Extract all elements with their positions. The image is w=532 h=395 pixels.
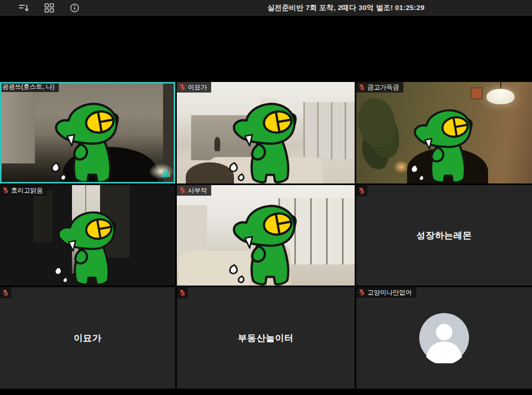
top-toolbar: 실전준비반 7회 포착, 2때다 30억 벌조! 01:25:29 bbox=[0, 0, 532, 16]
participant-nameplate: 고양이나만없어 bbox=[356, 287, 416, 298]
jordy-character-overlay bbox=[229, 194, 303, 286]
avatar bbox=[419, 313, 470, 363]
participant-name: 이묘가 bbox=[188, 84, 207, 90]
gallery-view-icon[interactable] bbox=[43, 3, 55, 13]
muted-mic-icon bbox=[179, 187, 185, 194]
muted-mic-icon bbox=[3, 289, 8, 296]
video-tile-camera-off[interactable]: 성장하는레몬 bbox=[356, 185, 532, 286]
video-tile-camera-off[interactable]: 부동산놀이터 bbox=[177, 287, 355, 389]
wall-panel-dim bbox=[33, 190, 52, 243]
muted-mic-icon bbox=[179, 84, 185, 90]
info-icon[interactable] bbox=[69, 3, 80, 13]
jordy-character-overlay bbox=[410, 99, 479, 183]
participant-nameplate bbox=[356, 185, 367, 196]
video-tile[interactable]: 흐리고맑음 bbox=[0, 185, 175, 286]
jordy-character-overlay bbox=[50, 91, 125, 183]
video-grid: 광광쓰(호스트, 나) bbox=[0, 82, 532, 389]
muted-mic-icon bbox=[179, 289, 185, 296]
jordy-character-overlay bbox=[229, 91, 303, 183]
person-walking bbox=[214, 137, 220, 151]
muted-mic-icon bbox=[359, 84, 365, 90]
participant-name: 금고가득금 bbox=[367, 84, 399, 90]
video-tile-avatar[interactable]: 고양이나만없어 bbox=[356, 287, 532, 389]
plant bbox=[358, 98, 395, 147]
video-tile-host[interactable]: 광광쓰(호스트, 나) bbox=[0, 82, 175, 183]
participant-name: 고양이나만없어 bbox=[367, 289, 412, 296]
participant-center-name: 이묘가 bbox=[0, 287, 175, 389]
video-tile[interactable]: 사부작 bbox=[177, 185, 355, 286]
participant-nameplate bbox=[0, 287, 11, 298]
participant-name: 사부작 bbox=[188, 187, 207, 194]
meeting-title: 실전준비반 7회 포착, 2때다 30억 벌조! 01:25:29 bbox=[267, 3, 425, 13]
curtain bbox=[0, 82, 35, 163]
participant-nameplate: 흐리고맑음 bbox=[0, 185, 47, 196]
participant-nameplate bbox=[177, 287, 188, 298]
avatar-container bbox=[356, 287, 532, 389]
warm-lamp-glow bbox=[393, 160, 409, 173]
wall-art bbox=[471, 87, 483, 99]
video-tile-camera-off[interactable]: 이묘가 bbox=[0, 287, 175, 389]
participant-nameplate: 광광쓰(호스트, 나) bbox=[0, 82, 59, 92]
sort-order-icon[interactable] bbox=[18, 3, 30, 13]
participant-nameplate: 사부작 bbox=[177, 185, 211, 196]
pendant-lamp bbox=[486, 89, 515, 104]
video-tile[interactable]: 이묘가 bbox=[177, 82, 355, 183]
audio-level-icon bbox=[161, 169, 170, 180]
meeting-gallery-screen: 실전준비반 7회 포착, 2때다 30억 벌조! 01:25:29 광광쓰(호스… bbox=[0, 0, 532, 395]
participant-name: 광광쓰(호스트, 나) bbox=[2, 84, 55, 90]
jordy-character-overlay bbox=[53, 201, 122, 286]
participant-nameplate: 금고가득금 bbox=[356, 82, 403, 93]
participant-nameplate: 이묘가 bbox=[177, 82, 211, 93]
muted-mic-icon bbox=[359, 289, 365, 296]
participant-center-name: 부동산놀이터 bbox=[177, 287, 355, 389]
muted-mic-icon bbox=[3, 187, 8, 194]
video-tile[interactable]: 금고가득금 bbox=[356, 82, 532, 183]
windows bbox=[303, 102, 355, 159]
toolbar-icon-group bbox=[0, 3, 80, 13]
muted-mic-icon bbox=[359, 187, 365, 194]
participant-center-name: 성장하는레몬 bbox=[356, 185, 532, 286]
participant-name: 흐리고맑음 bbox=[11, 187, 43, 194]
